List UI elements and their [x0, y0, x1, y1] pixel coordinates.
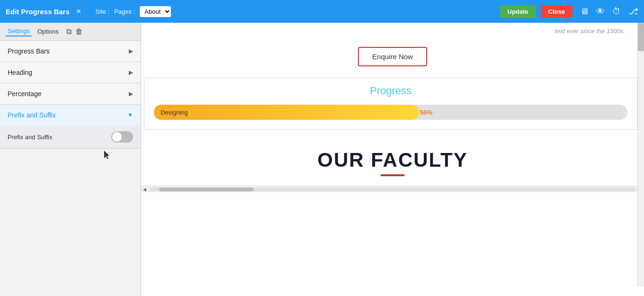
- svg-marker-0: [104, 151, 109, 159]
- accordion-progress-bars-label: Progress Bars: [8, 47, 50, 55]
- duplicate-icon[interactable]: ⧉: [66, 27, 72, 36]
- sitemap-icon[interactable]: ⎇: [628, 6, 638, 17]
- update-button[interactable]: Update: [500, 5, 536, 18]
- cursor-icon: [104, 151, 111, 160]
- accordion-prefix-suffix-header[interactable]: Prefix and Suffix ▼: [0, 105, 141, 126]
- enquire-now-button[interactable]: Enquire Now: [358, 47, 427, 66]
- tabs-row: Settings Options ⧉ 🗑: [0, 23, 141, 41]
- accordion-prefix-suffix-label: Prefix and Suffix: [8, 111, 56, 119]
- prefix-suffix-toggle[interactable]: [111, 131, 133, 143]
- close-button[interactable]: Close: [541, 5, 572, 18]
- accordion-progress-bars: Progress Bars ▶: [0, 41, 141, 62]
- progress-bar-fill: Designing 56%: [154, 105, 419, 120]
- pages-label: Pages :: [114, 8, 135, 15]
- monitor-icon[interactable]: 🖥: [580, 7, 589, 17]
- progress-title: Progress: [154, 85, 627, 97]
- tab-options[interactable]: Options: [36, 27, 61, 36]
- toggle-slider: [111, 131, 133, 143]
- progress-bar-label: Designing: [161, 109, 188, 116]
- bottom-scrollbar-thumb[interactable]: [159, 188, 254, 191]
- header-bar: Edit Progress Bars × Site : Pages : Abou…: [0, 0, 644, 23]
- page-select[interactable]: About: [140, 6, 171, 17]
- accordion-percentage: Percentage ▶: [0, 83, 141, 105]
- right-scrollbar[interactable]: [637, 23, 644, 287]
- faculty-underline: [381, 174, 404, 176]
- bottom-scrollbar[interactable]: ◀ ▶: [141, 186, 644, 192]
- right-scrollbar-thumb[interactable]: [638, 23, 644, 51]
- chevron-down-icon: ▼: [127, 112, 133, 118]
- accordion-heading-label: Heading: [8, 69, 32, 76]
- delete-icon[interactable]: 🗑: [75, 27, 83, 36]
- faculty-section: OUR FACULTY: [141, 130, 644, 186]
- history-icon[interactable]: ⏱: [612, 7, 621, 17]
- bottom-scrollbar-track: [150, 188, 635, 191]
- accordion-heading: Heading ▶: [0, 62, 141, 83]
- left-panel: Settings Options ⧉ 🗑 Progress Bars ▶ Hea…: [0, 23, 141, 296]
- panel-title: Edit Progress Bars: [6, 8, 70, 16]
- progress-section: Progress Designing 56%: [144, 78, 637, 130]
- scroll-left-arrow[interactable]: ◀: [141, 186, 148, 193]
- enquire-section: Enquire Now: [141, 39, 644, 78]
- prefix-suffix-content: Prefix and Suffix: [0, 126, 141, 148]
- top-fade-text: text ever since the 1500s.: [141, 23, 644, 39]
- accordion-heading-header[interactable]: Heading ▶: [0, 62, 141, 83]
- progress-bar-percentage: 56%: [420, 109, 432, 116]
- eye-icon[interactable]: 👁: [596, 7, 605, 17]
- chevron-right-icon: ▶: [129, 69, 133, 76]
- progress-bar-container: Designing 56%: [154, 105, 627, 120]
- right-panel: text ever since the 1500s. Enquire Now P…: [141, 23, 644, 296]
- accordion-percentage-header[interactable]: Percentage ▶: [0, 83, 141, 104]
- progress-inner: Progress Designing 56%: [144, 78, 637, 129]
- accordion-prefix-suffix: Prefix and Suffix ▼ Prefix and Suffix: [0, 105, 141, 149]
- site-label: Site :: [96, 8, 110, 15]
- cursor-area: [0, 149, 141, 163]
- faculty-title: OUR FACULTY: [141, 149, 644, 171]
- accordion-percentage-label: Percentage: [8, 90, 42, 98]
- prefix-suffix-toggle-label: Prefix and Suffix: [8, 134, 52, 141]
- chevron-right-icon: ▶: [129, 48, 133, 54]
- main-area: Settings Options ⧉ 🗑 Progress Bars ▶ Hea…: [0, 23, 644, 296]
- accordion-progress-bars-header[interactable]: Progress Bars ▶: [0, 41, 141, 62]
- chevron-right-icon: ▶: [129, 90, 133, 97]
- tab-settings[interactable]: Settings: [6, 27, 32, 36]
- close-x-button[interactable]: ×: [76, 7, 81, 17]
